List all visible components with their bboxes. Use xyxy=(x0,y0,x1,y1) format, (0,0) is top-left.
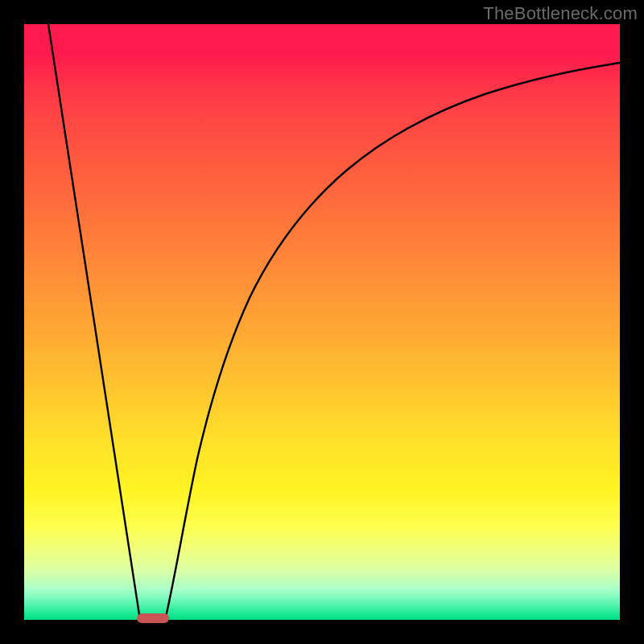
watermark-text: TheBottleneck.com xyxy=(483,3,638,24)
optimal-marker xyxy=(137,613,169,623)
curve-right-segment xyxy=(165,63,620,620)
curve-left-segment xyxy=(48,24,140,620)
plot-area xyxy=(24,24,620,620)
bottleneck-curve xyxy=(24,24,620,620)
chart-frame: TheBottleneck.com xyxy=(0,0,644,644)
